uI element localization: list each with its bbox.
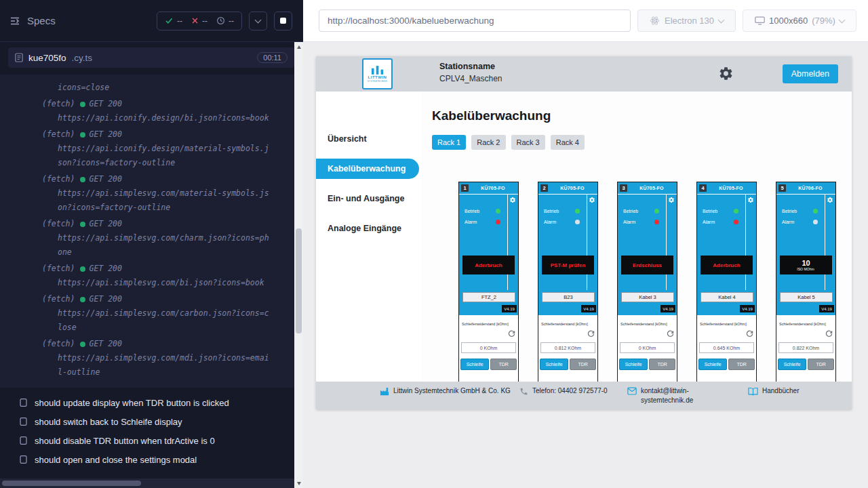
sidebar-toggle-icon[interactable] bbox=[9, 16, 20, 26]
stat-passed: -- bbox=[165, 16, 182, 26]
collapse-button[interactable] bbox=[249, 12, 267, 30]
viewport-zoom: (79%) bbox=[812, 16, 835, 26]
tdr-button[interactable]: TDR bbox=[490, 359, 517, 370]
refresh-icon[interactable] bbox=[825, 330, 833, 338]
firmware-version: V4.19 bbox=[819, 305, 834, 312]
cable-name-field[interactable]: Kabel 4 bbox=[701, 292, 753, 302]
tab-rack-1[interactable]: Rack 1 bbox=[432, 135, 466, 150]
card-settings-gear-icon[interactable] bbox=[509, 197, 516, 203]
scroll-up-arrow[interactable] bbox=[294, 42, 303, 52]
page-title: Kabelüberwachung bbox=[432, 108, 852, 123]
tab-rack-4[interactable]: Rack 4 bbox=[551, 135, 585, 150]
stop-button[interactable] bbox=[274, 12, 292, 30]
browser-name: Electron 130 bbox=[665, 16, 714, 26]
sidebar-item-ein-ausgaenge[interactable]: Ein- und Ausgänge bbox=[316, 188, 421, 209]
tdr-button[interactable]: TDR bbox=[649, 359, 675, 370]
test-item[interactable]: should open and close the settings modal bbox=[0, 450, 303, 469]
log-entry[interactable]: (fetch)GET 200 https://api.simplesvg.com… bbox=[0, 291, 303, 336]
chevron-down-icon bbox=[838, 16, 845, 23]
log-entry[interactable]: (fetch)GET 200 https://api.simplesvg.com… bbox=[0, 261, 303, 291]
card-settings-gear-icon[interactable] bbox=[589, 197, 595, 203]
spec-header[interactable]: kue705fo .cy.ts 00:11 bbox=[8, 47, 294, 68]
log-entry[interactable]: (fetch)GET 200 https://api.simplesvg.com… bbox=[0, 171, 303, 216]
tdr-button[interactable]: TDR bbox=[728, 359, 755, 370]
specs-label: Specs bbox=[27, 15, 56, 26]
scrollbar-thumb[interactable] bbox=[296, 228, 302, 333]
status-dot-icon bbox=[80, 222, 85, 227]
firmware-version: V4.19 bbox=[502, 305, 517, 312]
footer-email[interactable]: kontakt@littwin-systemtechnik.de bbox=[627, 386, 709, 405]
refresh-icon[interactable] bbox=[508, 330, 515, 338]
log-entry[interactable]: (fetch)GET 200 https://api.iconify.desig… bbox=[0, 127, 303, 171]
url-bar[interactable] bbox=[319, 9, 631, 32]
test-icon bbox=[19, 455, 28, 464]
logout-button[interactable]: Abmelden bbox=[783, 64, 838, 83]
status-dot-icon bbox=[80, 297, 85, 302]
card-model: KÜ705-FO bbox=[629, 186, 674, 190]
book-icon bbox=[748, 387, 758, 396]
card-settings-gear-icon[interactable] bbox=[668, 197, 675, 203]
card-settings-gear-icon[interactable] bbox=[827, 197, 833, 203]
url-input[interactable] bbox=[328, 16, 622, 26]
device-card-1: 1 KÜ705-FO Betrieb Alarm Aderbruch bbox=[458, 182, 519, 382]
command-log: icons=close (fetch)GET 200 https://api.i… bbox=[0, 75, 303, 388]
refresh-icon[interactable] bbox=[667, 330, 674, 338]
betrieb-led bbox=[813, 209, 818, 214]
settings-gear-icon[interactable] bbox=[718, 66, 734, 81]
tdr-button[interactable]: TDR bbox=[570, 359, 596, 370]
divider bbox=[666, 195, 667, 290]
schleife-button[interactable]: Schleife bbox=[698, 359, 727, 370]
test-stats: -- -- -- bbox=[157, 12, 242, 30]
viewport-selector[interactable]: 1000x660 (79%) bbox=[743, 9, 856, 32]
sidebar-item-analoge-eingaenge[interactable]: Analoge Eingänge bbox=[316, 218, 421, 239]
sidebar-item-kabelueberwachung[interactable]: Kabelüberwachung bbox=[316, 159, 419, 179]
stat-failed: -- bbox=[191, 16, 208, 26]
scrollbar-thumb[interactable] bbox=[2, 481, 141, 486]
browser-selector[interactable]: Electron 130 bbox=[637, 9, 736, 32]
tdr-button[interactable]: TDR bbox=[808, 359, 834, 370]
refresh-icon[interactable] bbox=[587, 330, 595, 338]
firmware-version: V4.19 bbox=[740, 305, 755, 312]
sidebar-item-uebersicht[interactable]: Übersicht bbox=[316, 129, 421, 149]
tab-rack-2[interactable]: Rack 2 bbox=[471, 135, 505, 150]
schleife-button[interactable]: Schleife bbox=[460, 359, 489, 370]
card-settings-gear-icon[interactable] bbox=[747, 197, 754, 203]
horizontal-scrollbar bbox=[0, 479, 294, 488]
clock-icon bbox=[216, 16, 225, 25]
tab-rack-3[interactable]: Rack 3 bbox=[511, 135, 545, 150]
spec-extension: .cy.ts bbox=[72, 53, 93, 63]
sidebar-nav: Übersicht Kabelüberwachung Ein- und Ausg… bbox=[316, 92, 421, 382]
status-dot-icon bbox=[80, 132, 85, 138]
main-content: Kabelüberwachung Rack 1 Rack 2 Rack 3 Ra… bbox=[421, 92, 852, 382]
viewport-icon bbox=[755, 16, 765, 25]
refresh-icon[interactable] bbox=[746, 330, 753, 338]
log-entry[interactable]: icons=close bbox=[0, 80, 303, 96]
schleife-button[interactable]: Schleife bbox=[540, 359, 568, 370]
measure-label: Schleifenwiderstand [kOhm] bbox=[541, 322, 588, 326]
test-icon bbox=[19, 436, 28, 445]
card-model: KÜ705-FO bbox=[709, 186, 753, 190]
log-entry[interactable]: (fetch)GET 200 https://api.simplesvg.com… bbox=[0, 336, 303, 381]
resistance-value: 0.645 KOhm bbox=[699, 342, 754, 353]
test-item[interactable]: should update display when TDR button is… bbox=[0, 393, 303, 412]
phone-icon bbox=[519, 387, 528, 396]
alarm-led bbox=[575, 220, 580, 224]
log-entry[interactable]: (fetch)GET 200 https://api.iconify.desig… bbox=[0, 96, 303, 127]
footer-manuals[interactable]: Handbücher bbox=[748, 386, 799, 396]
test-item[interactable]: should switch back to Schleife display bbox=[0, 412, 303, 431]
test-item[interactable]: should disable TDR button when tdrActive… bbox=[0, 431, 303, 450]
log-entry[interactable]: (fetch)GET 200 https://api.simplesvg.com… bbox=[0, 216, 303, 261]
card-number: 2 bbox=[540, 184, 548, 192]
station-label: Stationsname bbox=[439, 62, 502, 71]
resistance-value: 0 KOhm bbox=[620, 342, 675, 353]
cable-name-field[interactable]: B23 bbox=[542, 292, 595, 302]
schleife-button[interactable]: Schleife bbox=[619, 359, 648, 370]
cable-name-field[interactable]: FTZ_2 bbox=[462, 292, 515, 302]
cable-name-field[interactable]: Kabel 5 bbox=[780, 292, 833, 302]
measure-label: Schleifenwiderstand [kOhm] bbox=[620, 322, 667, 326]
scroll-down-arrow[interactable] bbox=[294, 479, 303, 488]
stop-icon bbox=[280, 18, 286, 24]
schleife-button[interactable]: Schleife bbox=[778, 359, 806, 370]
status-display: Aderbruch bbox=[462, 256, 515, 274]
cable-name-field[interactable]: Kabel 3 bbox=[621, 292, 674, 302]
